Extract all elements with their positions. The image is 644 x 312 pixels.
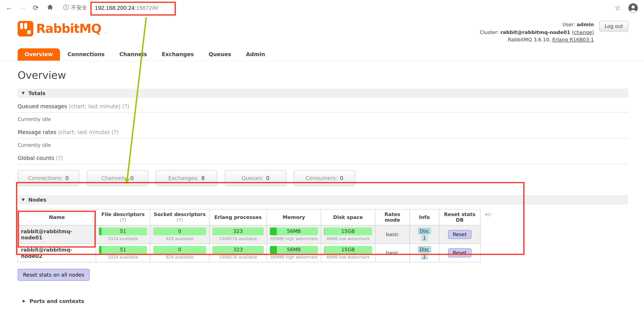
- address-bar[interactable]: 192.168.200.24:15672/#/: [95, 5, 158, 11]
- queued-help-link[interactable]: (?): [122, 103, 129, 109]
- col-file-descriptors: File descriptors (?): [96, 209, 150, 225]
- disk-watermark: 48MB low watermark: [324, 237, 372, 241]
- col-rates-mode: Rates mode: [375, 209, 410, 225]
- main-content: Overview ▼ Totals Queued messages (chart…: [0, 69, 644, 312]
- tab-exchanges[interactable]: Exchanges: [155, 48, 201, 61]
- exchanges-counter: Exchanges: 8: [156, 170, 217, 186]
- connections-counter-value: 0: [66, 175, 69, 181]
- rates-mode-cell: basic: [375, 225, 410, 243]
- node-row: rabbit@rabbitmq-node01 51 1024 available: [18, 225, 480, 243]
- cluster-label: Cluster:: [480, 29, 499, 35]
- exchanges-counter-value: 8: [201, 175, 205, 181]
- page: ← → ⟳ ⓘ 不安全 192.168.200.24:15672/#/ ☆ Ra…: [0, 0, 644, 312]
- stats-level-badge[interactable]: 1: [421, 253, 428, 260]
- tab-channels[interactable]: Channels: [112, 48, 154, 61]
- proc-cell: 323 1048576 available: [209, 225, 267, 243]
- bookmark-star-icon[interactable]: ☆: [615, 4, 621, 12]
- tab-queues[interactable]: Queues: [202, 48, 238, 61]
- user-label: User:: [562, 22, 575, 27]
- reset-cell: Reset: [439, 244, 480, 262]
- main-nav-tabs: Overview Connections Channels Exchanges …: [0, 48, 644, 61]
- rabbitmq-version: RabbitMQ 3.6.10,: [508, 37, 551, 43]
- global-help-link[interactable]: (?): [56, 155, 63, 161]
- node-type-badge[interactable]: Disc: [418, 246, 431, 253]
- memory-watermark: 389MB high watermark: [270, 255, 318, 260]
- profile-icon[interactable]: [628, 3, 638, 13]
- node-type-badge[interactable]: Disc: [418, 227, 431, 234]
- memory-bar: 56MB: [270, 246, 318, 254]
- nodes-table: Name File descriptors (?) Socket descrip…: [18, 209, 480, 262]
- version-line: RabbitMQ 3.6.10, Erlang R16B03-1: [480, 36, 594, 44]
- sd-bar: 0: [153, 228, 206, 235]
- stats-level-badge[interactable]: 1: [421, 234, 428, 241]
- back-icon[interactable]: ←: [6, 4, 20, 12]
- tab-connections[interactable]: Connections: [60, 48, 112, 61]
- totals-title: Totals: [28, 90, 45, 96]
- cluster-line: Cluster: rabbit@rabbitmq-node01 (change): [480, 29, 594, 36]
- nodes-section: ▼ Nodes Name File descriptors (?) Socket…: [18, 195, 628, 281]
- page-title: Overview: [18, 69, 628, 81]
- url-path: :15672/#/: [134, 5, 158, 11]
- nodes-title: Nodes: [28, 197, 46, 203]
- reset-node-stats-button[interactable]: Reset: [448, 230, 472, 239]
- proc-value: 323: [212, 246, 264, 254]
- exchanges-counter-label: Exchanges:: [168, 175, 199, 181]
- ports-and-contexts-section-header[interactable]: ▶ Ports and contexts: [18, 298, 628, 304]
- disk-cell: 15GB 48MB low watermark: [321, 244, 375, 262]
- fd-cell: 51 1024 available: [96, 244, 150, 262]
- memory-cell: 56MB 389MB high watermark: [267, 225, 321, 243]
- nodes-section-header[interactable]: ▼ Nodes: [18, 195, 628, 204]
- consumers-counter-label: Consumers:: [306, 175, 338, 181]
- rates-help-link[interactable]: (?): [112, 129, 118, 135]
- consumers-counter: Consumers: 0: [294, 170, 355, 186]
- reload-icon[interactable]: ⟳: [33, 3, 46, 12]
- fd-help-link[interactable]: (?): [120, 217, 126, 223]
- erlang-version-link[interactable]: Erlang R16B03-1: [552, 37, 594, 43]
- node-name-link[interactable]: rabbit@rabbitmq-node01: [18, 225, 96, 243]
- queued-chart-hint[interactable]: (chart: last minute): [69, 103, 120, 109]
- toolbar-divider: [91, 4, 91, 11]
- home-icon[interactable]: [46, 3, 60, 12]
- rates-status: Currently idle: [18, 139, 628, 150]
- expand-caret-icon: ▶: [23, 299, 26, 303]
- info-icon: ⓘ: [63, 4, 69, 11]
- rates-chart-hint[interactable]: (chart: last minute): [58, 129, 110, 135]
- rabbitmq-logo[interactable]: RabbitMQ ™: [18, 21, 107, 37]
- user-line: User: admin: [480, 21, 594, 29]
- reset-all-nodes-button[interactable]: Reset stats on all nodes: [18, 269, 90, 281]
- tab-admin[interactable]: Admin: [239, 48, 272, 61]
- col-disk-space: Disk space: [321, 209, 375, 225]
- fd-available: 1024 available: [99, 255, 147, 260]
- message-rates-label: Message rates: [18, 129, 56, 135]
- app-header: RabbitMQ ™ User: admin Cluster: rabbit@r…: [0, 16, 644, 44]
- change-cluster-link[interactable]: (change): [572, 29, 594, 35]
- queues-counter-label: Queues:: [242, 175, 264, 181]
- column-toggle-link[interactable]: +/-: [484, 211, 492, 217]
- logout-button[interactable]: Log out: [599, 21, 628, 32]
- browser-toolbar: ← → ⟳ ⓘ 不安全 192.168.200.24:15672/#/ ☆: [0, 0, 644, 16]
- sd-available: 829 available: [153, 255, 206, 260]
- forward-icon: →: [19, 4, 33, 12]
- rabbitmq-logo-icon: [18, 21, 34, 37]
- proc-cell: 323 1048576 available: [209, 244, 267, 262]
- trademark-symbol: ™: [104, 32, 107, 35]
- memory-value: 56MB: [270, 246, 318, 254]
- fd-value: 51: [99, 228, 147, 235]
- site-security-chip[interactable]: ⓘ 不安全: [63, 4, 87, 11]
- col-name: Name: [18, 209, 96, 225]
- memory-cell: 56MB 389MB high watermark: [267, 244, 321, 262]
- session-info: User: admin Cluster: rabbit@rabbitmq-nod…: [480, 21, 594, 44]
- user-name: admin: [577, 22, 594, 27]
- connections-counter: Connections: 0: [18, 170, 79, 186]
- tab-overview[interactable]: Overview: [18, 48, 60, 61]
- disk-bar: 15GB: [324, 228, 372, 235]
- totals-section-header[interactable]: ▼ Totals: [18, 88, 628, 98]
- sd-help-link[interactable]: (?): [176, 217, 183, 223]
- col-socket-descriptors: Socket descriptors (?): [150, 209, 209, 225]
- sd-cell: 0 829 available: [150, 244, 209, 262]
- queued-messages-label: Queued messages: [18, 103, 67, 109]
- nodes-header-row: Name File descriptors (?) Socket descrip…: [18, 209, 480, 225]
- node-name-link[interactable]: rabbit@rabbitmq-node02: [18, 244, 96, 262]
- reset-node-stats-button[interactable]: Reset: [448, 248, 472, 257]
- col-erlang-processes: Erlang processes: [209, 209, 267, 225]
